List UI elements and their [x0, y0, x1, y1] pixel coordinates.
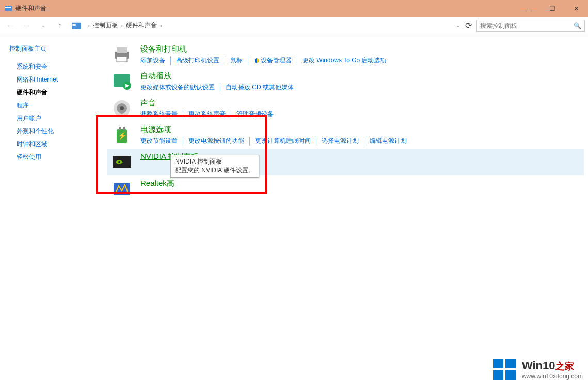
navbar: ← → ⌄ ↑ › 控制面板 › 硬件和声音 › ⌄ ⟳ 🔍	[0, 17, 588, 35]
nvidia-icon	[112, 152, 132, 172]
window-title: 硬件和声音	[15, 4, 46, 13]
svg-rect-7	[117, 57, 127, 62]
category-row: 自动播放更改媒体或设备的默认设置自动播放 CD 或其他媒体	[107, 68, 584, 95]
svg-point-13	[120, 106, 124, 110]
category-link[interactable]: 编辑电源计划	[364, 137, 412, 146]
category-link[interactable]: 更改 Windows To Go 启动选项	[297, 56, 391, 65]
sidebar-item[interactable]: 程序	[9, 99, 98, 112]
watermark: Win10之家 www.win10xitong.com	[492, 357, 583, 382]
breadcrumb[interactable]: › 控制面板 › 硬件和声音 ›	[86, 21, 454, 30]
category-row: Realtek高	[107, 175, 584, 202]
sound-icon	[112, 98, 132, 119]
chevron-icon: ›	[158, 22, 164, 29]
location-icon	[71, 21, 82, 31]
sidebar: 控制面板主页 系统和安全网络和 Internet硬件和声音程序用户帐户外观和个性…	[0, 35, 103, 387]
svg-rect-15	[119, 127, 121, 130]
category-link[interactable]: 更改节能设置	[140, 137, 183, 146]
category-title[interactable]: 电源选项	[140, 125, 580, 135]
sidebar-title[interactable]: 控制面板主页	[9, 44, 98, 53]
autoplay-icon	[112, 71, 132, 92]
svg-rect-2	[8, 7, 11, 8]
svg-rect-20	[114, 183, 130, 195]
tooltip-title: NVIDIA 控制面板	[175, 157, 255, 166]
forward-button[interactable]: →	[20, 19, 34, 33]
category-link[interactable]: 鼠标	[225, 56, 248, 65]
category-link[interactable]: 调整系统音量	[140, 110, 183, 119]
chevron-icon: ›	[86, 22, 92, 29]
close-button[interactable]: ✕	[564, 0, 588, 17]
tooltip: NVIDIA 控制面板 配置您的 NVIDIA 硬件设置。	[170, 155, 259, 178]
chevron-icon: ›	[119, 22, 125, 29]
svg-rect-4	[73, 24, 76, 26]
tooltip-desc: 配置您的 NVIDIA 硬件设置。	[175, 166, 255, 175]
svg-point-19	[118, 161, 120, 163]
sidebar-item[interactable]: 外观和个性化	[9, 125, 98, 138]
watermark-title: Win10之家	[522, 359, 583, 373]
maximize-button[interactable]: ☐	[541, 0, 564, 17]
power-icon: ⚡	[112, 125, 132, 146]
breadcrumb-item[interactable]: 控制面板	[92, 21, 119, 30]
category-link[interactable]: 选择电源计划	[316, 137, 364, 146]
refresh-button[interactable]: ⟳	[462, 20, 474, 32]
watermark-url: www.win10xitong.com	[522, 373, 583, 380]
category-title[interactable]: 设备和打印机	[140, 44, 580, 54]
search-icon: 🔍	[574, 22, 581, 29]
sidebar-item[interactable]: 硬件和声音	[9, 86, 98, 99]
main-content: 设备和打印机添加设备高级打印机设置鼠标设备管理器更改 Windows To Go…	[103, 35, 588, 387]
svg-rect-22	[505, 359, 516, 368]
windows-logo-icon	[492, 357, 517, 382]
svg-rect-16	[123, 127, 125, 130]
minimize-button[interactable]: —	[517, 0, 541, 17]
realtek-icon	[112, 179, 132, 199]
category-title[interactable]: 声音	[140, 98, 580, 108]
category-title[interactable]: 自动播放	[140, 71, 580, 81]
sidebar-item[interactable]: 时钟和区域	[9, 138, 98, 151]
address-dropdown[interactable]: ⌄	[456, 23, 460, 28]
svg-text:⚡: ⚡	[118, 132, 127, 140]
category-title[interactable]: Realtek高	[140, 179, 580, 188]
category-link[interactable]: 添加设备	[140, 56, 171, 65]
sidebar-item[interactable]: 轻松使用	[9, 151, 98, 164]
svg-rect-1	[5, 7, 8, 8]
category-row: 设备和打印机添加设备高级打印机设置鼠标设备管理器更改 Windows To Go…	[107, 41, 584, 68]
category-link[interactable]: 设备管理器	[248, 56, 297, 65]
category-row: ⚡电源选项更改节能设置更改电源按钮的功能更改计算机睡眠时间选择电源计划编辑电源计…	[107, 122, 584, 149]
category-link[interactable]: 更改电源按钮的功能	[183, 137, 250, 146]
printer-icon	[112, 44, 132, 65]
sidebar-item[interactable]: 网络和 Internet	[9, 73, 98, 86]
search-input[interactable]	[480, 22, 574, 29]
recent-dropdown[interactable]: ⌄	[36, 19, 51, 33]
sidebar-item[interactable]: 系统和安全	[9, 60, 98, 73]
category-link[interactable]: 自动播放 CD 或其他媒体	[220, 83, 299, 92]
svg-rect-23	[493, 370, 503, 380]
back-button[interactable]: ←	[3, 19, 18, 33]
category-link[interactable]: 更改系统声音	[183, 110, 231, 119]
category-row: 声音调整系统音量更改系统声音管理音频设备	[107, 95, 584, 122]
category-link[interactable]: 管理音频设备	[231, 110, 279, 119]
svg-rect-24	[505, 370, 516, 380]
category-link[interactable]: 高级打印机设置	[171, 56, 225, 65]
control-panel-icon	[4, 4, 12, 12]
svg-rect-21	[493, 359, 503, 368]
search-box[interactable]: 🔍	[476, 20, 585, 32]
titlebar: 硬件和声音 — ☐ ✕	[0, 0, 588, 17]
category-link[interactable]: 更改媒体或设备的默认设置	[140, 83, 220, 92]
breadcrumb-item[interactable]: 硬件和声音	[125, 21, 158, 30]
sidebar-item[interactable]: 用户帐户	[9, 112, 98, 125]
svg-rect-6	[117, 47, 127, 53]
up-button[interactable]: ↑	[53, 19, 67, 33]
category-link[interactable]: 更改计算机睡眠时间	[250, 137, 316, 146]
